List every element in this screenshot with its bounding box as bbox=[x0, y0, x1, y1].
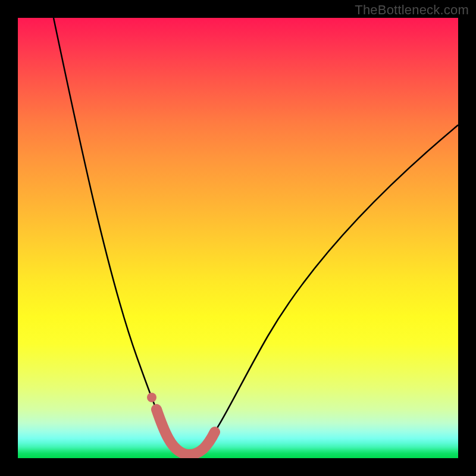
chart-frame: TheBottleneck.com bbox=[0, 0, 476, 476]
watermark-text: TheBottleneck.com bbox=[355, 2, 469, 18]
plot-area bbox=[18, 18, 458, 458]
bottleneck-curve-svg bbox=[18, 18, 458, 458]
highlight-segment bbox=[156, 409, 215, 455]
bottleneck-curve bbox=[54, 18, 458, 455]
highlight-dot bbox=[147, 393, 156, 402]
